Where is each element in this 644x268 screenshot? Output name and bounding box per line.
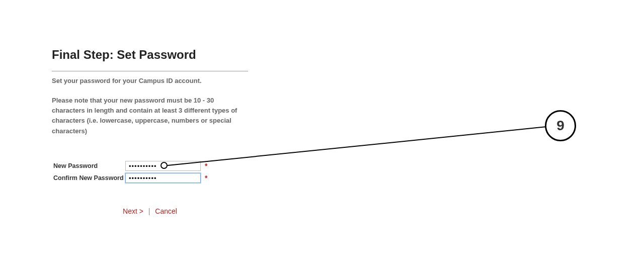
action-bar: Next > | Cancel bbox=[52, 207, 248, 215]
next-button[interactable]: Next > bbox=[123, 207, 143, 215]
intro-text: Set your password for your Campus ID acc… bbox=[52, 76, 248, 85]
required-mark: * bbox=[205, 174, 207, 182]
new-password-row: New Password * bbox=[53, 160, 207, 171]
annotation-step-badge: 9 bbox=[545, 110, 576, 141]
new-password-label: New Password bbox=[53, 162, 125, 169]
annotation-origin-dot bbox=[160, 162, 168, 169]
cancel-button[interactable]: Cancel bbox=[155, 207, 177, 215]
confirm-password-row: Confirm New Password * bbox=[53, 172, 207, 184]
required-mark: * bbox=[205, 162, 207, 170]
action-separator: | bbox=[148, 207, 150, 215]
annotation-step-number: 9 bbox=[556, 118, 565, 134]
page-title: Final Step: Set Password bbox=[52, 48, 248, 62]
password-form: New Password * Confirm New Password * bbox=[53, 160, 207, 185]
password-requirements-note: Please note that your new password must … bbox=[52, 96, 248, 136]
content-block: Final Step: Set Password Set your passwo… bbox=[52, 48, 248, 136]
confirm-password-input[interactable] bbox=[125, 173, 201, 183]
divider bbox=[52, 71, 248, 71]
confirm-password-label: Confirm New Password bbox=[53, 174, 125, 182]
